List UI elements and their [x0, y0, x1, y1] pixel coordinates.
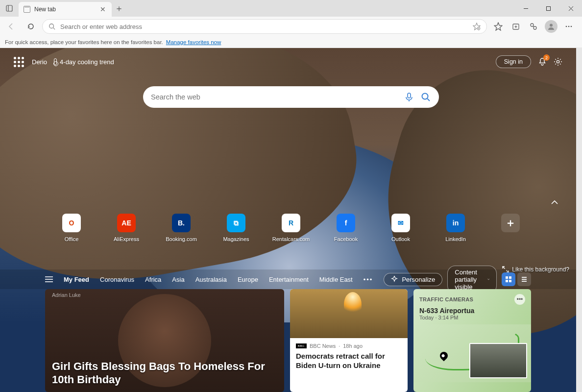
more-button[interactable] [560, 18, 577, 35]
svg-line-7 [53, 28, 55, 30]
tab-title: New tab [34, 6, 95, 13]
tile-label: Outlook [391, 236, 410, 242]
svg-point-21 [557, 60, 559, 63]
location-label[interactable]: Derio [32, 58, 47, 66]
quick-link-tile[interactable]: inLinkedIn [440, 214, 471, 242]
quick-link-tile[interactable]: OOffice [56, 214, 87, 242]
grid-view-button[interactable] [502, 272, 515, 286]
profile-button[interactable] [543, 18, 559, 35]
thermometer-icon [54, 58, 57, 65]
card-title: TRAFFIC CAMERAS [419, 296, 473, 302]
feed-tab[interactable]: Africa [145, 276, 161, 283]
traffic-map[interactable] [413, 324, 531, 382]
feed-card-traffic[interactable]: TRAFFIC CAMERAS ••• N-633 Aireportua Tod… [413, 289, 531, 392]
window-controls [514, 0, 582, 17]
feed-card-hero[interactable]: Adrian Luke Girl Gifts Blessing Bags To … [45, 289, 284, 392]
card-image [290, 289, 408, 338]
collections-button[interactable] [508, 18, 524, 35]
tile-label: Magazines [223, 236, 249, 242]
weather-widget[interactable]: 4-day cooling trend [54, 58, 114, 66]
svg-point-6 [49, 24, 54, 28]
app-launcher-icon[interactable] [14, 57, 24, 67]
feed-row: Adrian Luke Girl Gifts Blessing Bags To … [45, 289, 531, 392]
add-tile-button[interactable]: ＋ [495, 214, 526, 242]
notification-badge: 2 [543, 54, 550, 61]
favorites-button[interactable] [490, 18, 507, 35]
feed-tab[interactable]: Coronavirus [100, 276, 134, 283]
tile-icon: ✉ [391, 214, 410, 232]
card-headline: Girl Gifts Blessing Bags To Homeless For… [52, 360, 277, 386]
settings-button[interactable] [554, 57, 562, 66]
quick-link-tile[interactable]: RRentalcars.com [275, 214, 307, 242]
web-search-bar[interactable] [143, 86, 439, 108]
tile-icon: f [337, 214, 355, 232]
manage-favorites-link[interactable]: Manage favorites now [166, 39, 221, 45]
quick-link-tile[interactable]: B.Booking.com [166, 214, 197, 242]
maximize-button[interactable] [537, 0, 559, 17]
tile-icon: R [282, 214, 300, 232]
feed-tab[interactable]: Europe [238, 276, 258, 283]
bbc-logo-icon: BBC [296, 343, 307, 348]
signin-button[interactable]: Sign in [496, 55, 531, 68]
card-source: BBC BBC News · 18h ago [296, 343, 402, 349]
add-favorite-icon[interactable] [473, 23, 481, 30]
feed-tab[interactable]: Entertainment [269, 276, 309, 283]
mic-icon[interactable] [404, 92, 414, 102]
ntp-header: Derio 4-day cooling trend Sign in 2 [0, 48, 576, 75]
list-view-button[interactable] [517, 272, 531, 286]
card-more-button[interactable]: ••• [514, 294, 525, 305]
svg-rect-33 [509, 280, 511, 282]
refresh-button[interactable] [23, 18, 39, 35]
toolbar [0, 17, 582, 36]
search-icon [48, 23, 55, 30]
web-search-input[interactable] [151, 93, 398, 101]
feed-nav: My Feed CoronavirusAfricaAsiaAustralasia… [0, 270, 576, 289]
traffic-timestamp: Today · 3:14 PM [413, 315, 531, 320]
back-button [3, 18, 20, 35]
tab-close-button[interactable]: ✕ [99, 5, 107, 13]
svg-line-16 [533, 26, 534, 27]
search-icon[interactable] [420, 92, 431, 102]
svg-rect-0 [6, 5, 12, 11]
tile-label: Booking.com [166, 236, 197, 242]
notifications-button[interactable]: 2 [538, 57, 547, 66]
scrollbar[interactable] [576, 48, 582, 392]
feed-tab[interactable]: Asia [172, 276, 184, 283]
quick-link-tile[interactable]: ✉Outlook [385, 214, 416, 242]
feed-tab[interactable]: Middle East [319, 276, 353, 283]
close-window-button[interactable] [559, 0, 582, 17]
feed-more-button[interactable]: ••• [364, 276, 373, 283]
view-toggle [502, 272, 531, 286]
address-bar[interactable] [42, 19, 487, 34]
weather-text: 4-day cooling trend [60, 58, 114, 66]
svg-point-19 [568, 26, 570, 27]
quick-link-tile[interactable]: fFacebook [330, 214, 362, 242]
browser-tab[interactable]: New tab ✕ [19, 2, 112, 17]
extensions-button[interactable] [525, 18, 542, 35]
card-headline: Democrats retract call for Biden U-turn … [296, 352, 402, 370]
collapse-tiles-button[interactable] [551, 200, 558, 205]
minimize-button[interactable] [514, 0, 537, 17]
traffic-location: N-633 Aireportua [413, 307, 531, 315]
card-credit: Adrian Luke [52, 292, 81, 298]
plus-icon: ＋ [501, 214, 520, 232]
feed-tab[interactable]: Australasia [195, 276, 227, 283]
feed-tab-myfeed[interactable]: My Feed [64, 276, 89, 283]
feed-card-news[interactable]: BBC BBC News · 18h ago Democrats retract… [290, 289, 408, 392]
quick-link-tile[interactable]: ⧉Magazines [220, 214, 252, 242]
personalize-button[interactable]: Personalize [384, 273, 442, 286]
tab-favicon-icon [24, 6, 30, 13]
tab-actions-icon[interactable] [0, 0, 19, 17]
svg-rect-30 [506, 276, 508, 279]
new-tab-content: Derio 4-day cooling trend Sign in 2 OOff… [0, 48, 582, 392]
feed-menu-button[interactable] [45, 276, 53, 282]
quick-link-tile[interactable]: AEAliExpress [111, 214, 142, 242]
tile-icon: O [62, 214, 81, 232]
address-input[interactable] [60, 23, 468, 30]
new-tab-button[interactable]: ＋ [112, 0, 126, 17]
tile-icon: AE [117, 214, 136, 232]
camera-thumbnail[interactable] [469, 343, 527, 378]
sparkle-icon [391, 276, 398, 283]
svg-point-18 [566, 26, 567, 27]
chevron-down-icon [487, 278, 489, 281]
